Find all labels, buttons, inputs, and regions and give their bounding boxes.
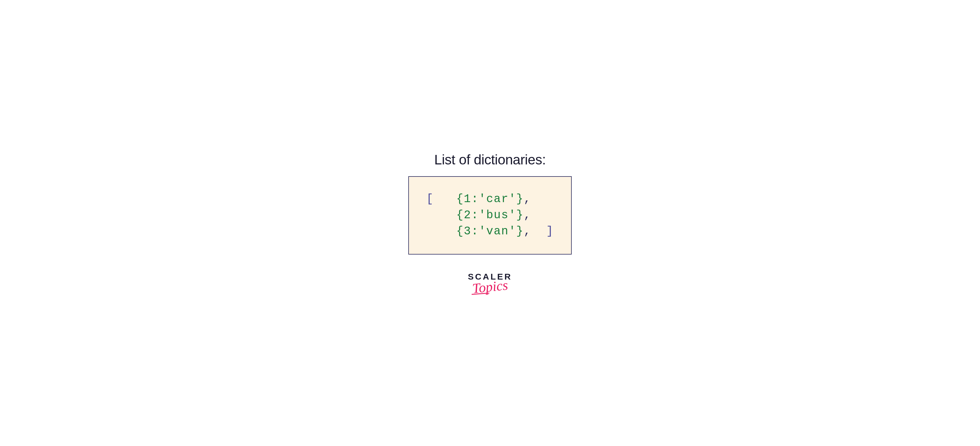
indent <box>426 224 456 240</box>
diagram-title: List of dictionaries: <box>434 152 546 168</box>
comma-1: , <box>524 191 531 207</box>
indent <box>426 207 456 224</box>
code-line-3: {3:'van'}, ] <box>426 224 554 240</box>
scaler-topics-logo: SCALER Topics <box>468 272 512 295</box>
code-line-1: [ {1:'car'}, <box>426 191 554 207</box>
comma-3: , <box>524 224 531 240</box>
open-bracket: [ <box>426 191 434 207</box>
dict-2: {2:'bus'} <box>456 207 523 224</box>
comma-2: , <box>524 207 531 224</box>
close-bracket: ] <box>546 224 554 240</box>
indent <box>434 191 456 207</box>
code-box: [ {1:'car'}, {2:'bus'}, {3:'van'}, ] <box>408 176 571 254</box>
dict-1: {1:'car'} <box>456 191 523 207</box>
dict-3: {3:'van'} <box>456 224 523 240</box>
code-line-2: {2:'bus'}, <box>426 207 554 224</box>
space-before-close <box>531 224 546 240</box>
diagram-container: List of dictionaries: [ {1:'car'}, {2:'b… <box>408 152 571 295</box>
